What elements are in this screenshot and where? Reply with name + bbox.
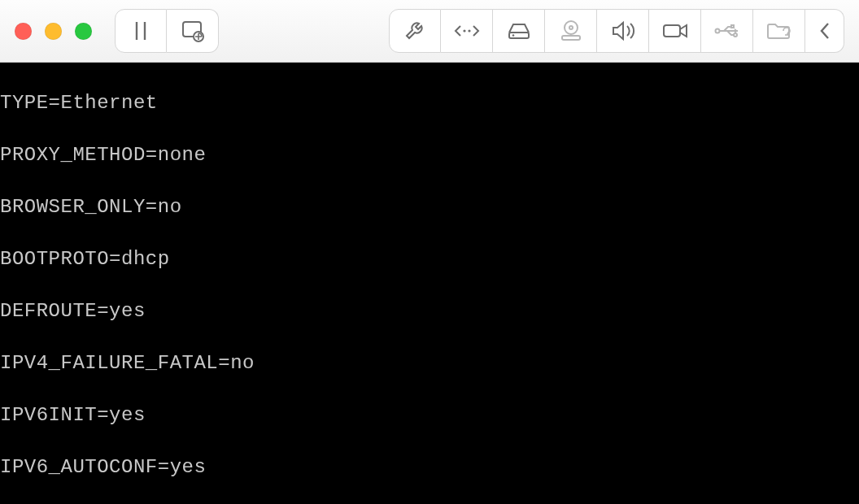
svg-point-13 (715, 29, 719, 33)
svg-rect-15 (731, 25, 734, 28)
config-line: BROWSER_ONLY=no (0, 194, 859, 220)
config-line: DEFROUTE=yes (0, 298, 859, 324)
usb-icon (713, 23, 741, 39)
config-line: IPV6INIT=yes (0, 402, 859, 428)
zoom-window-button[interactable] (75, 23, 92, 40)
config-line: IPV4_FAILURE_FATAL=no (0, 350, 859, 376)
close-window-button[interactable] (15, 23, 32, 40)
optical-button[interactable] (545, 9, 597, 53)
cd-icon (558, 20, 584, 42)
svg-point-5 (468, 29, 470, 32)
svg-rect-10 (562, 36, 580, 40)
svg-point-4 (463, 29, 465, 32)
config-line: BOOTPROTO=dhcp (0, 246, 859, 272)
share-folder-icon (765, 20, 793, 41)
speaker-icon (610, 20, 636, 41)
svg-rect-6 (509, 33, 529, 38)
terminal-output[interactable]: TYPE=Ethernet PROXY_METHOD=none BROWSER_… (0, 63, 859, 504)
svg-point-9 (569, 26, 573, 29)
usb-button[interactable] (701, 9, 753, 53)
back-button[interactable] (805, 9, 844, 53)
svg-marker-17 (735, 28, 738, 33)
camera-icon (661, 21, 689, 41)
traffic-lights (15, 23, 92, 40)
snapshot-icon (181, 20, 205, 42)
fit-button[interactable] (441, 9, 493, 53)
sound-button[interactable] (597, 9, 649, 53)
minimize-window-button[interactable] (45, 23, 62, 40)
config-line: IPV6_AUTOCONF=yes (0, 454, 859, 480)
svg-point-7 (512, 34, 514, 37)
chevron-left-icon (818, 20, 832, 41)
pause-button[interactable] (115, 9, 167, 53)
camera-button[interactable] (649, 9, 701, 53)
config-line: PROXY_METHOD=none (0, 142, 859, 168)
config-line: TYPE=Ethernet (0, 90, 859, 116)
resize-icon (453, 23, 481, 39)
share-button[interactable] (753, 9, 805, 53)
vm-devices-group (389, 9, 844, 53)
pause-icon (132, 20, 150, 41)
hdd-icon (506, 21, 532, 41)
svg-point-16 (734, 33, 737, 37)
vm-control-group (115, 9, 219, 53)
svg-point-8 (565, 21, 578, 34)
wrench-icon (403, 19, 427, 43)
settings-button[interactable] (389, 9, 441, 53)
disk-button[interactable] (493, 9, 545, 53)
svg-rect-12 (664, 25, 680, 37)
snapshot-button[interactable] (167, 9, 219, 53)
window-titlebar (0, 0, 859, 63)
